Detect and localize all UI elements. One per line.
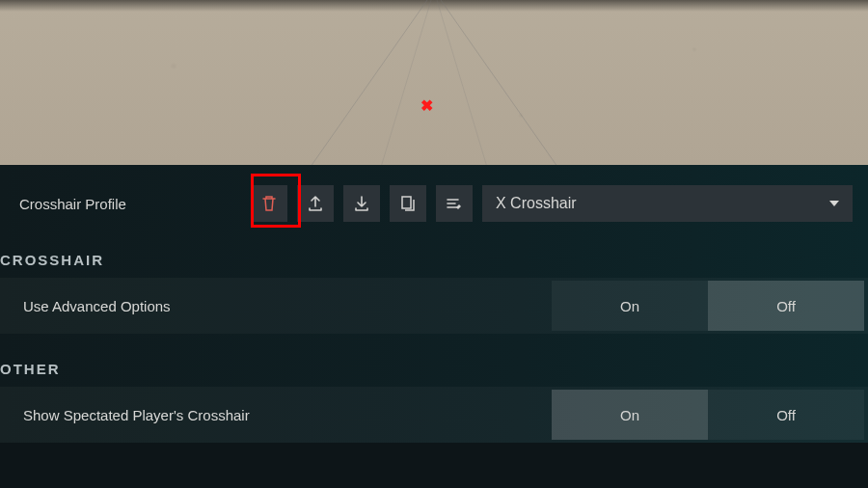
dropdown-value: X Crosshair [496, 195, 577, 212]
perspective-lines [241, 0, 627, 165]
svg-line-0 [299, 0, 434, 165]
profile-row: Crosshair Profile X Crosshair [0, 178, 868, 229]
toggle-spectated: On Off [552, 390, 864, 440]
toggle-advanced: On Off [552, 281, 864, 331]
delete-icon [261, 195, 277, 212]
option-row-spectated: Show Spectated Player's Crosshair On Off [0, 387, 868, 443]
option-label-advanced: Use Advanced Options [0, 298, 552, 314]
svg-line-3 [434, 0, 492, 165]
export-button[interactable] [297, 185, 334, 222]
profile-label: Crosshair Profile [0, 196, 241, 212]
toggle-spectated-off[interactable]: Off [708, 390, 864, 440]
settings-panel: Crosshair Profile X Crosshair CROSSHAIR … [0, 165, 868, 443]
option-row-advanced: Use Advanced Options On Off [0, 278, 868, 334]
option-label-spectated: Show Spectated Player's Crosshair [0, 407, 552, 423]
delete-button[interactable] [251, 185, 287, 222]
duplicate-button[interactable] [390, 185, 426, 222]
section-header-crosshair: CROSSHAIR [0, 229, 868, 278]
crosshair-preview: ✖ [0, 0, 868, 165]
import-icon [353, 195, 370, 212]
svg-line-2 [376, 0, 434, 165]
copy-icon [400, 195, 416, 212]
edit-icon [446, 197, 463, 210]
toggle-advanced-on[interactable]: On [552, 281, 708, 331]
toggle-spectated-on[interactable]: On [552, 390, 708, 440]
toggle-advanced-off[interactable]: Off [708, 281, 864, 331]
edit-button[interactable] [436, 185, 473, 222]
svg-rect-4 [402, 197, 411, 208]
import-button[interactable] [343, 185, 380, 222]
svg-line-1 [434, 0, 569, 165]
profile-dropdown[interactable]: X Crosshair [482, 185, 853, 222]
chevron-down-icon [829, 201, 839, 206]
section-header-other: OTHER [0, 338, 868, 387]
preview-vignette [0, 0, 868, 12]
export-icon [307, 195, 324, 212]
crosshair-marker: ✖ [420, 96, 433, 115]
